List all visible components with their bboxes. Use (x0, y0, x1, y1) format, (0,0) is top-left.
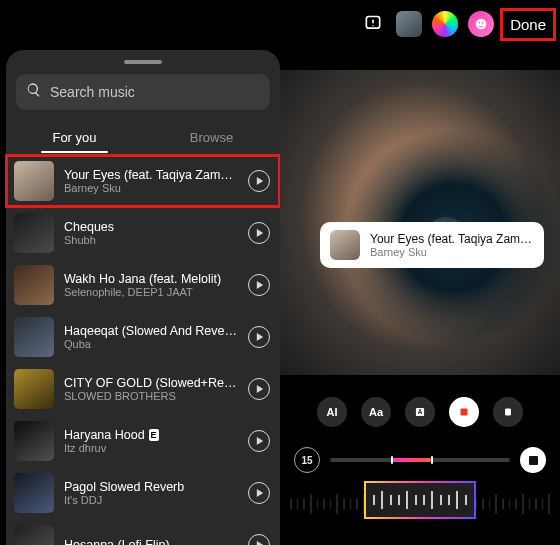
song-artist: It's DDJ (64, 494, 238, 506)
play-button[interactable] (248, 170, 270, 192)
song-meta: Haqeeqat (Slowed And Reverb)Quba (64, 324, 238, 350)
song-row[interactable]: Your Eyes (feat. Taqiya Zaman)Barney Sku (6, 155, 280, 207)
play-icon (256, 281, 264, 289)
song-title: Haqeeqat (Slowed And Reverb) (64, 324, 238, 338)
song-meta: Haryana HoodEItz dhruv (64, 428, 238, 454)
timeline-stop-button[interactable] (520, 447, 546, 473)
sticker-icon[interactable] (468, 11, 494, 37)
song-row[interactable]: CITY OF GOLD (Slowed+Reverb)SLOWED BROTH… (6, 363, 280, 415)
svg-rect-7 (461, 409, 468, 416)
report-icon[interactable] (360, 11, 386, 37)
timeline-track[interactable] (330, 458, 510, 462)
search-field[interactable] (16, 74, 270, 110)
song-row[interactable]: ChequesShubh (6, 207, 280, 259)
sheet-grabber[interactable] (124, 60, 162, 64)
song-artist: Shubh (64, 234, 238, 246)
tab-for-you[interactable]: For you (6, 122, 143, 155)
style-font-button[interactable]: Aa (361, 397, 391, 427)
song-title: Haryana HoodE (64, 428, 238, 442)
play-icon (256, 489, 264, 497)
album-art (14, 161, 54, 201)
music-picker-sheet: For you Browse Your Eyes (feat. Taqiya Z… (6, 50, 280, 545)
song-row[interactable]: Hosanna (Lofi Flip) (6, 519, 280, 545)
svg-point-4 (482, 22, 484, 24)
editor-topbar: Done (280, 6, 560, 42)
play-icon (256, 229, 264, 237)
song-row[interactable]: Haryana HoodEItz dhruv (6, 415, 280, 467)
music-tabs: For you Browse (6, 122, 280, 155)
song-title: Pagol Slowed Reverb (64, 480, 238, 494)
album-art (14, 213, 54, 253)
tab-browse[interactable]: Browse (143, 122, 280, 155)
album-art (14, 265, 54, 305)
song-title: Wakh Ho Jana (feat. Melolit) (64, 272, 238, 286)
svg-point-3 (479, 22, 481, 24)
play-button[interactable] (248, 222, 270, 244)
play-icon (256, 385, 264, 393)
song-artist: Barney Sku (64, 182, 238, 194)
play-button[interactable] (248, 378, 270, 400)
sticker-style-bar: AI Aa A (280, 397, 560, 427)
album-art (14, 369, 54, 409)
effects-icon[interactable] (432, 11, 458, 37)
song-meta: Pagol Slowed ReverbIt's DDJ (64, 480, 238, 506)
song-meta: Hosanna (Lofi Flip) (64, 538, 238, 545)
explicit-badge: E (149, 429, 159, 441)
album-art (14, 525, 54, 545)
svg-point-1 (372, 25, 373, 26)
search-icon (26, 82, 42, 102)
song-title: CITY OF GOLD (Slowed+Reverb) (64, 376, 238, 390)
play-button[interactable] (248, 534, 270, 545)
style-compact-button[interactable] (493, 397, 523, 427)
play-button[interactable] (248, 274, 270, 296)
song-row[interactable]: Haqeeqat (Slowed And Reverb)Quba (6, 311, 280, 363)
song-row[interactable]: Wakh Ho Jana (feat. Melolit)Selenophile,… (6, 259, 280, 311)
style-letter-button[interactable]: A (405, 397, 435, 427)
play-icon (256, 177, 264, 185)
song-artist: Itz dhruv (64, 442, 238, 454)
play-button[interactable] (248, 430, 270, 452)
play-button[interactable] (248, 326, 270, 348)
song-artist: Quba (64, 338, 238, 350)
music-picker-panel: For you Browse Your Eyes (feat. Taqiya Z… (0, 0, 280, 545)
song-title: Hosanna (Lofi Flip) (64, 538, 238, 545)
scrubber-window[interactable] (364, 481, 476, 519)
song-row[interactable]: Pagol Slowed ReverbIt's DDJ (6, 467, 280, 519)
svg-text:A: A (418, 408, 423, 415)
song-meta: Your Eyes (feat. Taqiya Zaman)Barney Sku (64, 168, 238, 194)
album-art (14, 421, 54, 461)
stop-icon (529, 456, 538, 465)
album-art (14, 317, 54, 357)
music-timeline: 15 (294, 447, 546, 473)
song-list: Your Eyes (feat. Taqiya Zaman)Barney Sku… (6, 155, 280, 545)
song-meta: CITY OF GOLD (Slowed+Reverb)SLOWED BROTH… (64, 376, 238, 402)
song-artist: SLOWED BROTHERS (64, 390, 238, 402)
play-icon (256, 333, 264, 341)
style-ai-button[interactable]: AI (317, 397, 347, 427)
story-editor-panel: Done Your Eyes (feat. Taqiya Zaman) Barn… (280, 0, 560, 545)
done-button[interactable]: Done (504, 12, 552, 37)
song-meta: Wakh Ho Jana (feat. Melolit)Selenophile,… (64, 272, 238, 298)
play-icon (256, 541, 264, 545)
song-meta: ChequesShubh (64, 220, 238, 246)
play-button[interactable] (248, 482, 270, 504)
song-title: Cheques (64, 220, 238, 234)
album-art (14, 473, 54, 513)
sticker-avatar-icon[interactable] (396, 11, 422, 37)
scrubber[interactable] (280, 481, 560, 523)
play-icon (256, 437, 264, 445)
song-artist: Selenophile, DEEP1 JAAT (64, 286, 238, 298)
song-title: Your Eyes (feat. Taqiya Zaman) (64, 168, 238, 182)
music-sticker-title: Your Eyes (feat. Taqiya Zaman) (370, 232, 534, 246)
search-input[interactable] (50, 84, 260, 100)
svg-point-2 (476, 19, 487, 30)
style-album-button[interactable] (449, 397, 479, 427)
svg-rect-8 (505, 409, 511, 416)
duration-badge[interactable]: 15 (294, 447, 320, 473)
music-sticker-artist: Barney Sku (370, 246, 534, 258)
music-sticker[interactable]: Your Eyes (feat. Taqiya Zaman) Barney Sk… (320, 222, 544, 268)
music-sticker-art (330, 230, 360, 260)
